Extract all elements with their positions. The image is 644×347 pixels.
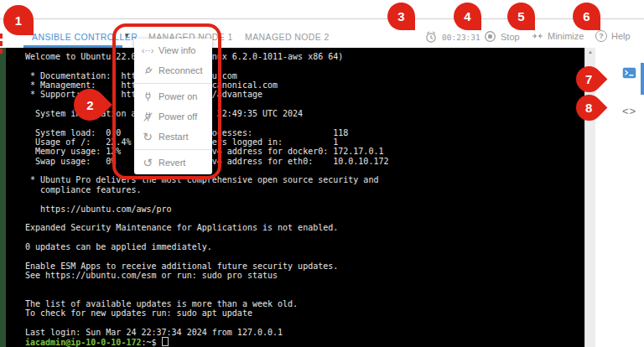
chevron-down-icon[interactable]: ▾: [125, 31, 129, 39]
menu-divider: [134, 83, 212, 84]
tools-sidebar: <>: [595, 48, 644, 347]
minimize-icon: [532, 30, 543, 42]
node-actions-menu: ‹··› View info Reconnect Power on: [134, 39, 212, 174]
terminal-prompt: iacadmin@ip-10-0-10-172:~$: [25, 337, 581, 346]
terminal-line: System information as of Sun Mar 24 22:4…: [25, 109, 581, 118]
terminal-line: [25, 290, 581, 299]
minimize-label: Minimize: [548, 31, 584, 41]
minimize-button[interactable]: Minimize: [532, 30, 584, 42]
terminal-line: compliance features.: [25, 185, 581, 194]
terminal-line: [25, 319, 581, 328]
tab-managed-node-2[interactable]: MANAGED NODE 2: [245, 32, 330, 42]
terminal-left-edge: [0, 48, 6, 347]
terminal-icon: [622, 67, 636, 79]
console-tab-bar: ANSIBLE CONTROLLER ▾ MANAGED NODE 1 MANA…: [0, 19, 644, 48]
terminal-line: Last login: Sun Mar 24 22:37:34 2024 fro…: [25, 328, 581, 337]
menu-item-revert[interactable]: ↺ Revert: [134, 153, 212, 173]
callout-pin-5: 5: [507, 3, 535, 30]
terminal-line: [25, 233, 581, 242]
terminal-line: See https://ubuntu.com/esm or run: sudo …: [25, 271, 581, 280]
terminal-line: * Management: https://landscape.canonica…: [25, 80, 581, 90]
menu-divider: [134, 149, 212, 150]
restart-icon: ↻: [140, 130, 155, 143]
power-on-icon: [140, 91, 155, 102]
menu-item-view-info[interactable]: ‹··› View info: [134, 40, 212, 60]
terminal-line: Memory usage: 12% IPv4 address for docke…: [25, 147, 581, 156]
menu-item-power-off[interactable]: Power off: [134, 106, 212, 127]
stop-button[interactable]: Stop: [484, 30, 520, 43]
stop-icon: [484, 30, 496, 43]
revert-icon: ↺: [140, 156, 155, 169]
terminal-line: * Ubuntu Pro delivers the most comprehen…: [25, 175, 581, 184]
callout-pin-1: 1: [3, 5, 34, 35]
terminal-line: [25, 251, 581, 261]
terminal-tool-button[interactable]: [622, 67, 636, 82]
code-tool-button[interactable]: <>: [622, 105, 636, 117]
terminal-line: Swap usage: 0% IPv4 address for eth0: 10…: [25, 157, 581, 166]
prompt-suffix: :~$: [141, 338, 161, 347]
terminal-line: Enable ESM Apps to receive additional fu…: [25, 262, 581, 271]
stop-label: Stop: [501, 32, 520, 42]
view-info-icon: ‹··›: [140, 45, 155, 55]
terminal-line: [25, 166, 581, 175]
terminal-line: The list of available updates is more th…: [25, 299, 581, 308]
terminal-line: Welcome to Ubuntu 22.04.3 LTS (GNU/Linux…: [25, 52, 581, 61]
terminal-line: [25, 280, 581, 289]
help-icon: ?: [595, 30, 607, 42]
terminal-scrollbar[interactable]: ▲: [584, 48, 595, 347]
callout-pin-6: 6: [573, 3, 600, 30]
help-label: Help: [611, 31, 631, 41]
prompt-user: iacadmin@ip-10-0-10-172: [25, 338, 141, 347]
reconnect-icon: [140, 65, 155, 76]
terminal-line: https://ubuntu.com/aws/pro: [25, 205, 581, 214]
terminal-line: Expanded Security Maintenance for Applic…: [25, 223, 581, 232]
terminal-line: [25, 194, 581, 204]
terminal-line: [25, 214, 581, 223]
lab-console-window: ANSIBLE CONTROLLER ▾ MANAGED NODE 1 MANA…: [0, 0, 644, 347]
active-tool-indicator: [641, 63, 644, 95]
alarm-clock-icon: [424, 30, 438, 44]
menu-item-restart[interactable]: ↻ Restart: [134, 127, 212, 147]
scroll-up-arrow[interactable]: ▲: [585, 49, 595, 54]
menu-item-power-on[interactable]: Power on: [134, 86, 212, 106]
terminal-line: 0 updates can be applied immediately.: [25, 242, 581, 251]
timer-value: 00:23:31: [442, 33, 480, 42]
terminal-line: Usage of /: 22.4% of 28.89GB Users logge…: [25, 137, 581, 147]
terminal-line: To check for new updates run: sudo apt u…: [25, 308, 581, 318]
callout-pin-4: 4: [454, 3, 481, 30]
terminal-line: * Documentation: https://help.ubuntu.com: [25, 71, 581, 80]
terminal-line: [25, 61, 581, 70]
menu-item-reconnect[interactable]: Reconnect: [134, 60, 212, 80]
help-button[interactable]: ? Help: [595, 30, 631, 42]
callout-1-dashed-tail: [0, 34, 3, 54]
terminal-line: System load: 0.0 Processes: 118: [25, 128, 581, 137]
tab-ansible-controller[interactable]: ANSIBLE CONTROLLER: [32, 32, 138, 42]
session-timer: 00:23:31: [424, 30, 480, 44]
terminal-line: * Support: https://ubuntu.com/advantage: [25, 90, 581, 99]
power-off-icon: [140, 111, 155, 122]
terminal-line: [25, 118, 581, 127]
callout-pin-3: 3: [387, 3, 415, 30]
terminal-cursor: [162, 337, 169, 346]
code-icon: <>: [622, 105, 636, 117]
